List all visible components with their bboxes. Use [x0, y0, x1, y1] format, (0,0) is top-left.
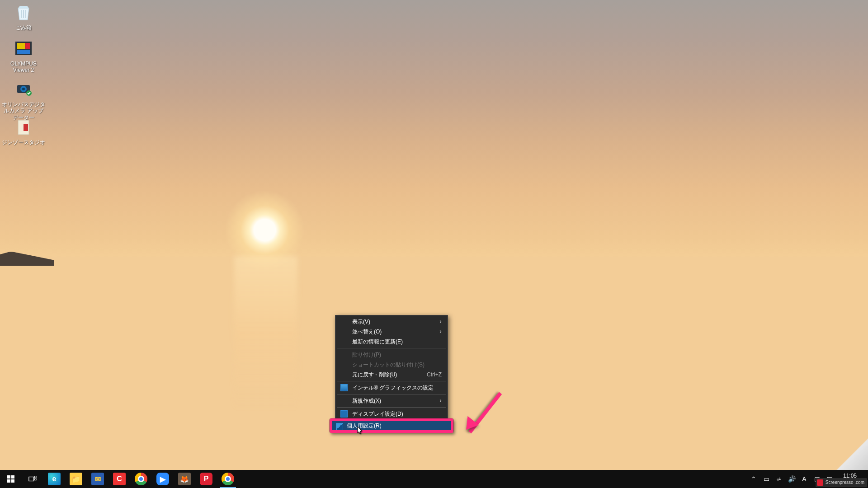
taskbar-app-ccleaner[interactable]: C: [108, 470, 130, 488]
svg-rect-15: [35, 476, 37, 478]
menu-separator: [337, 348, 446, 348]
menu-view[interactable]: 表示(V): [337, 317, 446, 327]
taskbar-app-explorer[interactable]: 📁: [65, 470, 87, 488]
menu-display-settings[interactable]: ディスプレイ設定(D): [337, 409, 446, 419]
desktop-icon-olympus-updater[interactable]: オリンパスデジタルカメラ アップデーター: [2, 80, 45, 121]
recycle-bin-icon: [14, 3, 33, 23]
folder-icon: 📁: [71, 475, 80, 483]
svg-point-6: [22, 88, 25, 90]
svg-rect-3: [17, 50, 30, 54]
svg-rect-13: [11, 479, 14, 483]
chrome-icon: [135, 473, 147, 485]
menu-paste: 貼り付け(P): [337, 350, 446, 360]
desktop-icon-recycle-bin[interactable]: ごみ箱: [2, 3, 45, 31]
tray-wifi-icon[interactable]: ⩫: [773, 470, 785, 488]
thunderbird-icon: ✉: [91, 473, 104, 485]
menu-separator: [337, 381, 446, 381]
taskbar-app-zoom[interactable]: ▶: [152, 470, 174, 488]
olympus-viewer-icon: [14, 39, 33, 59]
personalize-icon: [336, 423, 343, 430]
tray-chevron-up-icon[interactable]: ⌃: [748, 470, 760, 488]
chrome-icon: [222, 473, 234, 485]
taskview-button[interactable]: [22, 470, 43, 488]
svg-rect-14: [29, 477, 34, 481]
zoom-icon: ▶: [156, 473, 169, 485]
pixlr-icon: P: [200, 473, 212, 485]
desktop-icon-label: OLYMPUS Viewer 2: [2, 61, 45, 74]
taskbar-app-gimp[interactable]: 🦊: [174, 470, 195, 488]
svg-rect-12: [7, 479, 10, 483]
desktop-icon-olympus-viewer[interactable]: OLYMPUS Viewer 2: [2, 39, 45, 74]
taskbar-app-pixlr[interactable]: P: [195, 470, 217, 488]
desktop-icon-jinzo-studio[interactable]: ジンゾースタジオ: [2, 117, 45, 145]
menu-undo[interactable]: 元に戻す - 削除(U) Ctrl+Z: [337, 370, 446, 380]
taskbar-app-thunderbird[interactable]: ✉: [87, 470, 108, 488]
taskbar-app-edge[interactable]: e: [43, 470, 65, 488]
ccleaner-icon: C: [113, 473, 126, 485]
taskbar: e 📁 ✉ C ▶ 🦊 P ⌃ ▭ ⩫ 🔊 A ▢ ▣: [0, 470, 868, 488]
start-button[interactable]: [0, 470, 22, 488]
edge-icon: e: [52, 475, 57, 483]
desktop-icon-label: ジンゾースタジオ: [2, 139, 45, 145]
menu-separator: [337, 407, 446, 408]
intel-graphics-icon: [340, 384, 348, 391]
svg-rect-11: [11, 475, 14, 479]
desktop-icon-label: ごみ箱: [2, 24, 45, 31]
svg-rect-1: [17, 43, 25, 49]
svg-rect-16: [35, 479, 37, 480]
desktop-context-menu: 表示(V) 並べ替え(O) 最新の情報に更新(E) 貼り付け(P) ショートカッ…: [335, 315, 448, 421]
tray-ime-mode[interactable]: A: [798, 470, 810, 488]
svg-rect-9: [24, 124, 28, 131]
menu-refresh[interactable]: 最新の情報に更新(E): [337, 337, 446, 347]
gimp-icon: 🦊: [178, 473, 191, 485]
svg-rect-2: [25, 43, 30, 49]
screenpresso-watermark: Screenpresso .com: [816, 478, 867, 487]
tray-volume-icon[interactable]: 🔊: [786, 470, 797, 488]
olympus-updater-icon: [14, 80, 33, 99]
menu-personalize[interactable]: 個人用設定(R): [332, 421, 451, 430]
taskbar-app-chrome[interactable]: [130, 470, 152, 488]
taskbar-app-chrome-running[interactable]: [217, 470, 239, 488]
menu-separator: [337, 394, 446, 394]
menu-sort[interactable]: 並べ替え(O): [337, 327, 446, 337]
menu-paste-shortcut: ショートカットの貼り付け(S): [337, 360, 446, 370]
mouse-cursor: [357, 426, 363, 435]
jinzo-studio-icon: [14, 117, 33, 137]
tray-battery-icon[interactable]: ▭: [760, 470, 772, 488]
menu-new[interactable]: 新規作成(X): [337, 396, 446, 406]
svg-rect-10: [7, 475, 10, 479]
display-settings-icon: [340, 410, 348, 418]
menu-intel-graphics[interactable]: インテル® グラフィックスの設定: [337, 383, 446, 393]
